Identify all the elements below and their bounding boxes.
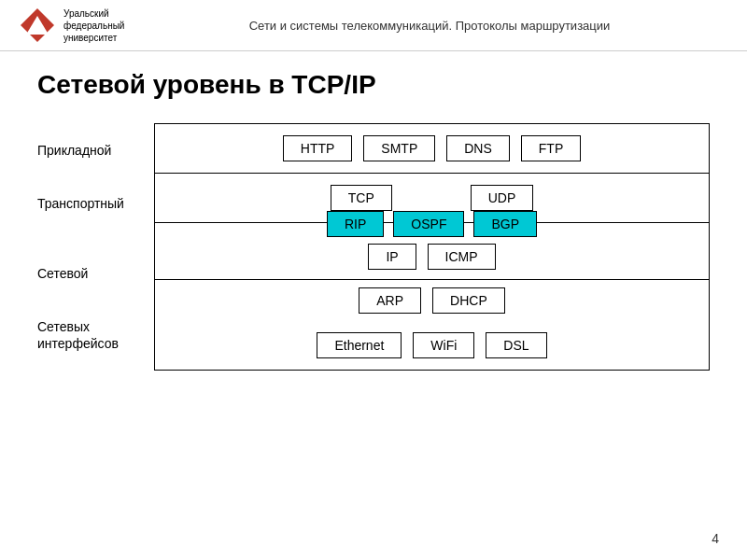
tcp-box: TCP xyxy=(331,185,392,211)
ethernet-box: Ethernet xyxy=(317,332,402,358)
wifi-box: WiFi xyxy=(413,332,474,358)
logo-text: Уральский федеральный университет xyxy=(63,7,124,44)
dhcp-box: DHCP xyxy=(432,287,505,314)
network-section: IP ICMP ARP DHCP xyxy=(155,223,709,321)
network-layer-label: Сетевой xyxy=(37,258,140,289)
main-content: Сетевой уровень в TCP/IP Прикладной Тран… xyxy=(0,51,747,389)
page-title: Сетевой уровень в TCP/IP xyxy=(37,70,710,100)
application-layer-label: Прикладной xyxy=(37,134,140,166)
layer-labels: Прикладной Транспортный Сетевой Сетевых … xyxy=(37,123,140,371)
bgp-box: BGP xyxy=(473,211,537,237)
interface-layer-label: Сетевых интерфейсов xyxy=(37,311,140,359)
logo-area: Уральский федеральный университет xyxy=(19,7,131,44)
application-row: HTTP SMTP DNS FTP xyxy=(155,124,709,174)
ip-box: IP xyxy=(368,244,416,270)
header-title: Сети и системы телекоммуникаций. Протоко… xyxy=(131,19,728,33)
page-number: 4 xyxy=(712,531,719,546)
transport-layer-label: Транспортный xyxy=(37,188,140,219)
arp-box: ARP xyxy=(359,287,421,314)
network-diagram: Прикладной Транспортный Сетевой Сетевых … xyxy=(37,123,710,371)
http-box: HTTP xyxy=(283,135,353,161)
protocol-diagram-box: HTTP SMTP DNS FTP TCP UDP RIP OSPF BGP xyxy=(154,123,710,371)
dsl-box: DSL xyxy=(486,332,546,358)
transport-row: TCP UDP RIP OSPF BGP xyxy=(155,174,709,223)
ftp-box: FTP xyxy=(521,135,581,161)
dns-box: DNS xyxy=(446,135,510,161)
udp-box: UDP xyxy=(471,185,534,211)
university-logo-icon xyxy=(19,7,56,44)
ospf-box: OSPF xyxy=(393,211,464,237)
header: Уральский федеральный университет Сети и… xyxy=(0,0,747,51)
smtp-box: SMTP xyxy=(363,135,435,161)
interface-row: Ethernet WiFi DSL xyxy=(155,321,709,370)
icmp-box: ICMP xyxy=(428,244,496,270)
rip-box: RIP xyxy=(327,211,384,237)
arp-row: ARP DHCP xyxy=(155,280,709,321)
